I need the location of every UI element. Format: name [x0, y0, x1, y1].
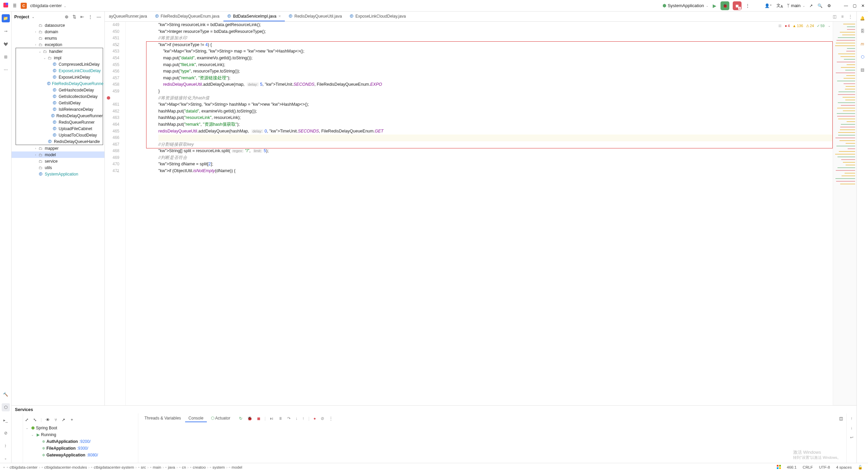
breadcrumb-item[interactable]: ▫ model: [229, 465, 242, 469]
run-button[interactable]: ▶: [712, 2, 717, 9]
ai-tool-button[interactable]: ⬡: [859, 53, 867, 61]
panel-options-icon[interactable]: ⋮: [87, 14, 93, 20]
breadcrumb-item[interactable]: ▫ ctbigdatacenter-modules: [41, 465, 87, 469]
tree-item[interactable]: 🗀enums: [12, 35, 104, 41]
terminal-tool-button[interactable]: ▸_: [2, 416, 10, 424]
editor-tab[interactable]: ⒸBdDataServiceImpl.java×: [223, 12, 285, 21]
status-encoding[interactable]: UTF-8: [817, 465, 832, 469]
svc-stepover-icon[interactable]: ↷: [287, 415, 291, 422]
svc-debug-icon[interactable]: 🐞: [246, 415, 253, 422]
close-window-icon[interactable]: ✕: [861, 3, 865, 9]
editor-tab[interactable]: ⒸFileRedisDelayQueueEnum.java: [151, 12, 223, 21]
tree-item[interactable]: ⒸSystemApplication: [12, 171, 104, 177]
translate-icon[interactable]: 文A: [776, 2, 784, 9]
commit-tool-button[interactable]: ⊸: [2, 27, 10, 35]
git-branch-selector[interactable]: ᛘ main ⌄: [787, 3, 805, 8]
svc-scroll-bottom-icon[interactable]: ↓: [850, 425, 853, 431]
inspection-widget[interactable]: 👁̸ ● 4 ▲ 136 ⚠ 24 ✓ 59 ⌄: [778, 23, 831, 28]
svc-filter-icon[interactable]: ⑂: [54, 417, 58, 423]
editor-gutter[interactable]: 449450451452⌄453454455456457458459461462…: [105, 22, 126, 405]
expand-all-icon[interactable]: ⇅: [72, 14, 77, 20]
services-tab[interactable]: ⬡ Actuator: [208, 415, 234, 422]
strong-warning-count[interactable]: ▲ 136: [792, 24, 803, 28]
svc-rerun-icon[interactable]: ↻: [238, 415, 243, 422]
svc-layout-icon[interactable]: ◫: [839, 415, 844, 422]
breadcrumb-item[interactable]: ▫ cn: [179, 465, 186, 469]
structure-tool-button[interactable]: ⊞: [2, 53, 10, 61]
notifications-icon[interactable]: 🔔: [859, 14, 867, 22]
svc-soft-wrap-icon[interactable]: ↩: [849, 434, 854, 441]
open-external-icon[interactable]: ↗: [809, 3, 813, 9]
reader-mode-icon[interactable]: ◫: [832, 14, 837, 20]
editor-code[interactable]: "kw">String resourceLink = bdData.getRes…: [126, 22, 833, 405]
tree-item[interactable]: 🗀utils: [12, 164, 104, 171]
service-item[interactable]: ⌄⬢ Spring Boot: [23, 425, 138, 431]
database-tool-button[interactable]: 🗄: [859, 27, 867, 35]
tree-item[interactable]: ⒸRedisQueueRunner: [16, 119, 103, 125]
svc-stepin-icon[interactable]: ↓: [295, 415, 298, 422]
svc-export-icon[interactable]: ↗: [61, 417, 66, 423]
minimap[interactable]: [833, 22, 856, 405]
tree-item[interactable]: ›🗀domain: [12, 28, 104, 35]
editor-tab[interactable]: ayQueueRunner.java: [105, 12, 151, 21]
svc-expand-icon[interactable]: ⤢: [24, 417, 29, 423]
minimize-icon[interactable]: —: [843, 3, 849, 9]
tree-item[interactable]: ⒸRedisDelayQueueRunner: [16, 112, 103, 119]
svc-resume-icon[interactable]: ⏯: [269, 415, 274, 422]
status-ms-icon[interactable]: [775, 465, 783, 470]
problems-tool-button[interactable]: ⊘: [2, 429, 10, 437]
project-selector[interactable]: ctbigdata-center ⌄: [30, 3, 66, 8]
tree-item[interactable]: ⒸExposeLinkCloudDelay: [16, 67, 103, 74]
warning-count[interactable]: ⚠ 24: [806, 24, 814, 28]
svc-show-icon[interactable]: 👁: [45, 417, 51, 423]
svc-bp-icon[interactable]: ●: [313, 415, 317, 422]
tree-item[interactable]: ⒸUploadToCloudDelay: [16, 132, 103, 138]
tree-item[interactable]: ⌄🗀handler: [16, 48, 103, 55]
services-tab[interactable]: Threads & Variables: [141, 415, 184, 422]
svc-add-icon[interactable]: ＋: [69, 416, 75, 423]
status-module-icon[interactable]: ▫: [3, 465, 5, 469]
svc-stepout-icon[interactable]: ↑: [301, 415, 305, 422]
doc-tool-button[interactable]: ▤: [859, 66, 867, 74]
tab-options-icon[interactable]: ⋮: [848, 14, 853, 20]
build-tool-button[interactable]: 🔨: [2, 390, 10, 398]
breadcrumb-item[interactable]: ▫ creatoo: [190, 465, 205, 469]
tree-item[interactable]: ⌄🗀impl: [16, 55, 103, 61]
services-tool-button[interactable]: ⬡: [2, 403, 10, 411]
tree-item[interactable]: ›🗀mapper: [12, 145, 104, 151]
breadcrumb-item[interactable]: ▫ ctbigdatacenter-system: [91, 465, 134, 469]
svc-collapse-icon[interactable]: ⤡: [33, 417, 37, 423]
tree-item[interactable]: ⒸGetHashcodeDelay: [16, 87, 103, 93]
tree-item[interactable]: ⒸGetIsliDelay: [16, 100, 103, 106]
bottom-rail-icon[interactable]: ▫: [2, 455, 10, 463]
tree-item[interactable]: 🗀service: [12, 158, 104, 164]
tree-item[interactable]: ⒸFileRedisDelayQueueRunne: [16, 80, 103, 87]
main-menu-icon[interactable]: ☰: [12, 3, 17, 9]
breadcrumb-item[interactable]: ▫ ctbigdata-center: [7, 465, 38, 469]
more-actions-icon[interactable]: ⋮: [745, 3, 750, 9]
services-tab[interactable]: Console: [185, 415, 207, 422]
service-item[interactable]: ⌄▶ Running: [23, 431, 138, 438]
vcs-tool-button[interactable]: ᛓ: [2, 442, 10, 450]
close-tab-icon[interactable]: ×: [278, 14, 281, 19]
services-tree[interactable]: ⌄⬢ Spring Boot⌄▶ Running✲ AuthApplicatio…: [23, 425, 138, 458]
tree-item[interactable]: ⒸGetIslicollectionDelay: [16, 93, 103, 100]
collapse-all-icon[interactable]: ⇤: [80, 14, 85, 20]
project-tool-button[interactable]: 📁: [2, 14, 10, 22]
error-count[interactable]: ● 4: [785, 24, 790, 28]
tree-item[interactable]: ⒸRedisDelayQueueHandle: [16, 138, 103, 145]
tree-item[interactable]: ⒸCompressedLinkDelay: [16, 61, 103, 67]
breadcrumbs[interactable]: ▫ ctbigdata-center›▫ ctbigdatacenter-mod…: [7, 465, 242, 469]
status-readonly-icon[interactable]: 🔓: [856, 465, 865, 470]
svc-scroll-top-icon[interactable]: ↑: [850, 415, 853, 422]
hide-inspections-icon[interactable]: 👁̸: [778, 23, 782, 28]
svc-stop-icon[interactable]: ◼: [256, 415, 261, 422]
tab-list-icon[interactable]: ≡: [841, 14, 844, 20]
stop-button[interactable]: ◼6: [733, 1, 742, 10]
cwm-icon[interactable]: 👤⁺: [764, 3, 772, 9]
ide-logo-icon[interactable]: [3, 2, 9, 9]
status-eol[interactable]: CRLF: [801, 465, 815, 469]
tree-item[interactable]: ⒸUploadFileCabinet: [16, 125, 103, 132]
breadcrumb-item[interactable]: ▫ java: [165, 465, 175, 469]
breadcrumb-item[interactable]: ▫ main: [150, 465, 161, 469]
